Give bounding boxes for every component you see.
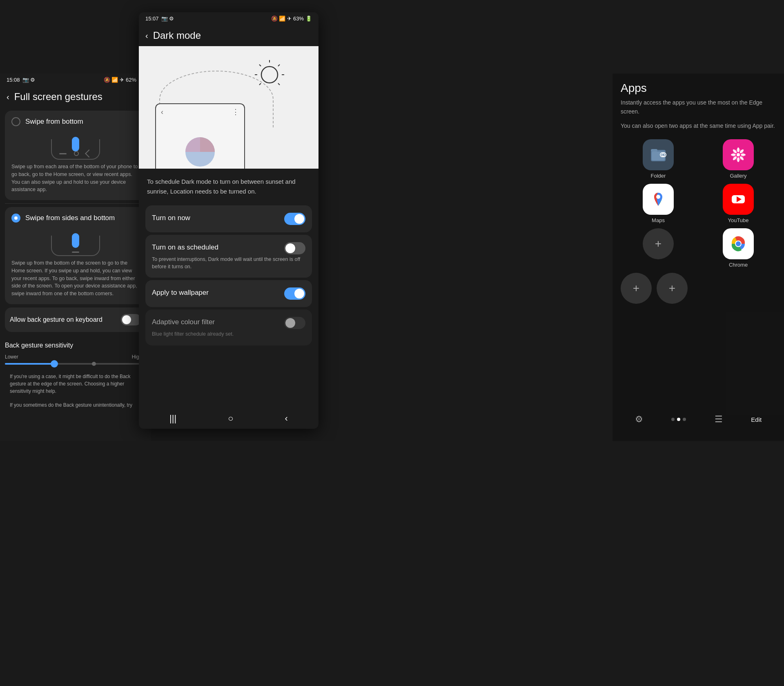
edge-header: Apps Instantly access the apps you use t… xyxy=(612,74,784,139)
divider-1 xyxy=(5,203,146,204)
svg-point-18 xyxy=(737,157,739,162)
app-item-add-1[interactable]: + xyxy=(621,228,696,268)
radio-swipe-bottom[interactable] xyxy=(11,117,20,126)
turn-on-scheduled-toggle[interactable] xyxy=(284,242,305,254)
sensitivity-slider[interactable] xyxy=(5,363,146,365)
left-status-time: 15:08 📷 ⚙ xyxy=(7,77,35,83)
maps-icon xyxy=(643,184,674,215)
allow-back-toggle[interactable] xyxy=(121,314,141,325)
nav-lines-2 xyxy=(72,252,79,253)
left-page-header: ‹ Full screen gestures xyxy=(0,86,151,107)
option-swipe-sides[interactable]: Swipe from sides and bottom Swipe up fro… xyxy=(5,207,146,304)
turn-on-scheduled-desc: To prevent interruptions, Dark mode will… xyxy=(152,256,305,270)
nav-back-icon[interactable]: ‹ xyxy=(285,413,288,424)
center-time: 15:07 xyxy=(145,16,159,22)
slider-thumb[interactable] xyxy=(51,360,58,368)
youtube-label: YouTube xyxy=(728,217,748,223)
edge-desc2: You can also open two apps at the same t… xyxy=(621,121,776,130)
maps-label: Maps xyxy=(652,217,665,223)
center-battery: 63% xyxy=(293,16,304,22)
phone-preview-header: ‹ ⋮ xyxy=(156,104,244,120)
swipe-indicator-1 xyxy=(72,137,79,151)
center-status-bar: 15:07 📷 ⚙ 🔕 📶 ✈ 63% 🔋 xyxy=(139,12,318,25)
bottom-note-2: If you sometimes do the Back gesture uni… xyxy=(5,400,146,410)
folder-label: Folder xyxy=(651,173,666,179)
svg-rect-10 xyxy=(651,149,657,151)
slider-tick-1 xyxy=(92,362,96,366)
svg-line-4 xyxy=(278,83,280,85)
phone-preview: ‹ ⋮ xyxy=(155,103,245,169)
sensitivity-section: Back gesture sensitivity Lower Higher If… xyxy=(0,335,151,417)
options-list: Swipe from bottom Swipe up from each are… xyxy=(0,111,151,417)
svg-line-2 xyxy=(278,65,280,66)
turn-on-scheduled-row[interactable]: Turn on as scheduled To prevent interrup… xyxy=(145,235,312,278)
apply-wallpaper-label: Apply to wallpaper xyxy=(152,289,209,297)
app-item-add-2[interactable]: + xyxy=(621,273,652,304)
radio-swipe-sides[interactable] xyxy=(11,214,20,223)
app-item-youtube[interactable]: YouTube xyxy=(701,184,776,223)
app-item-chrome[interactable]: Chrome xyxy=(701,228,776,268)
edit-button[interactable]: Edit xyxy=(751,416,762,423)
dot-3 xyxy=(683,418,686,421)
ghost-row: + + xyxy=(612,273,784,304)
turn-on-now-row[interactable]: Turn on now xyxy=(145,205,312,232)
phone-preview-content xyxy=(156,120,244,169)
edge-title: Apps xyxy=(621,82,776,95)
app-item-gallery[interactable]: Gallery xyxy=(701,139,776,179)
list-icon[interactable]: ☰ xyxy=(715,414,723,425)
app-item-add-3[interactable]: + xyxy=(657,273,688,304)
allow-back-label: Allow back gesture on keyboard xyxy=(10,316,102,323)
edge-desc1: Instantly access the apps you use the mo… xyxy=(621,98,776,116)
settings-icon[interactable]: ⚙ xyxy=(635,414,643,425)
option-swipe-sides-label: Swipe from sides and bottom xyxy=(25,214,115,222)
apps-grid-2: Maps YouTube xyxy=(612,184,784,223)
nav-lines-1 xyxy=(59,151,92,156)
slider-fill xyxy=(5,363,54,365)
chrome-icon xyxy=(723,228,754,259)
left-time: 15:08 xyxy=(7,77,20,83)
option-swipe-sides-desc: Swipe up from the bottom of the screen t… xyxy=(11,259,140,298)
app-item-folder[interactable]: Folder xyxy=(621,139,696,179)
svg-line-5 xyxy=(259,83,261,85)
svg-point-19 xyxy=(731,154,736,156)
apply-wallpaper-toggle[interactable] xyxy=(284,287,305,300)
adaptive-colour-label: Adaptive colour filter xyxy=(152,318,215,326)
option-swipe-bottom-label: Swipe from bottom xyxy=(25,118,83,126)
nav-menu-icon[interactable]: ||| xyxy=(169,413,176,424)
center-back-button[interactable]: ‹ xyxy=(145,31,148,40)
allow-back-row[interactable]: Allow back gesture on keyboard xyxy=(5,307,146,332)
apps-grid-3: + Chrome xyxy=(612,228,784,268)
add-button-2[interactable]: + xyxy=(621,273,652,304)
nav-home-icon[interactable]: ○ xyxy=(228,413,233,424)
sensitivity-lower: Lower xyxy=(5,354,18,360)
gesture-illustration-2 xyxy=(11,227,140,256)
turn-on-now-label: Turn on now xyxy=(152,214,190,222)
svg-point-20 xyxy=(741,154,746,156)
app-item-maps[interactable]: Maps xyxy=(621,184,696,223)
add-button-3[interactable]: + xyxy=(657,273,688,304)
center-page-title: Dark mode xyxy=(153,30,201,41)
svg-point-26 xyxy=(656,195,660,199)
adaptive-colour-toggle[interactable] xyxy=(284,317,305,329)
adaptive-colour-row[interactable]: Adaptive colour filter Blue light filter… xyxy=(145,310,312,345)
svg-point-16 xyxy=(737,153,740,156)
dark-mode-desc: To schedule Dark mode to turn on between… xyxy=(139,169,318,203)
apply-wallpaper-row[interactable]: Apply to wallpaper xyxy=(145,280,312,307)
apps-grid: Folder Gallery xyxy=(612,139,784,179)
turn-on-scheduled-label: Turn on as scheduled xyxy=(152,243,218,252)
edge-bottom: ⚙ ☰ Edit xyxy=(612,406,784,433)
left-battery: 62% xyxy=(126,77,136,83)
right-panel: Apps Instantly access the apps you use t… xyxy=(612,74,784,441)
left-status-right: 🔕 📶 ✈ 62% 🔋 xyxy=(104,77,145,83)
turn-on-now-toggle[interactable] xyxy=(284,213,305,225)
left-status-bar: 15:08 📷 ⚙ 🔕 📶 ✈ 62% 🔋 xyxy=(0,74,151,86)
add-button-1[interactable]: + xyxy=(643,228,674,259)
center-status-right: 🔕 📶 ✈ 63% 🔋 xyxy=(271,16,312,22)
dot-indicators xyxy=(671,418,686,421)
left-back-button[interactable]: ‹ xyxy=(7,92,9,102)
center-status-time: 15:07 📷 ⚙ xyxy=(145,16,174,22)
option-swipe-bottom[interactable]: Swipe from bottom Swipe up from each are… xyxy=(5,111,146,200)
preview-menu-icon: ⋮ xyxy=(232,107,239,116)
svg-point-33 xyxy=(736,241,741,246)
svg-point-0 xyxy=(261,67,278,83)
